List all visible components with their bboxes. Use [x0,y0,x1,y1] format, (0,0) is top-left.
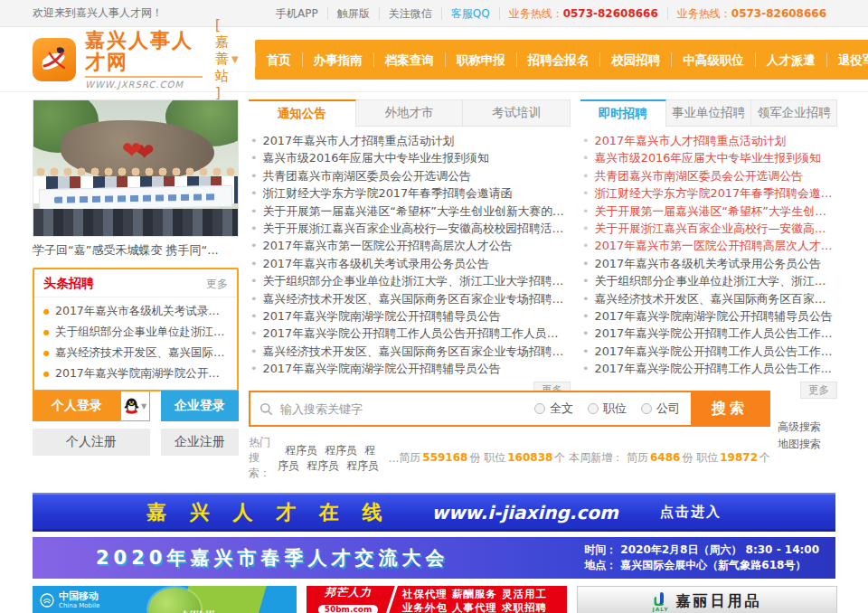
nav-item[interactable]: 首页 [255,52,302,67]
personal-login-button[interactable]: 个人登录 [33,391,121,421]
banner1-url: www.i-jiaxing.com [431,502,618,523]
nav-item[interactable]: 档案查询 [373,52,445,67]
search-scope-radio[interactable]: 公司 [641,401,680,417]
recruit-item[interactable]: 2017年嘉兴市人才招聘重点活动计划 [582,132,835,149]
qq-penguin-icon [124,398,139,415]
qq-login-button[interactable]: ▼ [121,391,150,421]
news-photo[interactable]: ❤ [33,99,239,237]
recruit-item[interactable]: 2017年嘉兴学院公开招聘工作人员公告工作... [582,360,835,377]
banner1-title: 嘉 兴 人 才 在 线 [146,499,390,526]
bangmang-hr-ad[interactable]: 邦芒人力 50bm.com 社保代理 薪酬服务 灵活用工 业务外包 人事代理 求… [307,586,567,613]
photo-banner [39,185,232,211]
company-register-button[interactable]: 企业注册 [161,429,239,456]
jiaxing-talent-online-banner[interactable]: 嘉 兴 人 才 在 线 www.i-jiaxing.com 点击进入 [33,493,835,532]
topbar-link-touch-version[interactable]: 触屏版 [327,7,379,20]
hotline-1-label: 业务热线： [509,7,563,20]
notice-list: 2017年嘉兴市人才招聘重点活动计划嘉兴市级2016年应届大中专毕业生报到须知共… [249,127,571,378]
notice-item[interactable]: 2017年嘉兴学院公开招聘工作人员公告开招聘工作人员公告开... [250,325,569,342]
company-login-button[interactable]: 企业登录 [161,391,239,421]
recruit-item[interactable]: 浙江财经大学东方学院2017年春季招聘会邀请函 [582,184,835,202]
notice-item[interactable]: 嘉兴经济技术开发区、嘉兴国际商务区百家企业专场招聘会公告 [250,290,569,307]
recruit-item[interactable]: 2017年嘉兴学院公开招聘工作人员公告工作人员... [582,325,835,342]
photo-caption[interactable]: 学子回“嘉”感受禾城蝶变 携手同“... [33,242,239,259]
hot-search-term[interactable]: 程序员 [325,444,357,457]
nav-item[interactable]: 办事指南 [302,52,373,67]
nav-item[interactable]: 中高级职位 [671,52,755,67]
notice-item[interactable]: 2017年嘉兴市第一医院公开招聘高层次人才公告 [250,237,569,254]
recruit-item[interactable]: 2017年嘉兴市第一医院公开招聘高层次人才公告 [582,237,835,254]
notice-tab[interactable]: 外地才市 [356,99,464,127]
notice-tab[interactable]: 通知公告 [249,99,356,127]
photo-people-legs [33,209,238,237]
recruit-item[interactable]: 2017年嘉兴学院公开招聘工作人员公告工作人员... [582,343,835,360]
notice-item[interactable]: 嘉兴市级2016年应届大中专毕业生报到须知 [250,149,569,166]
recruit-item[interactable]: 共青团嘉兴市南湖区委员会公开选调公告 [582,167,835,184]
site-stats: 简历559168份 职位160838个 本周新增： 简历6486份 职位1987… [399,450,770,466]
notice-item[interactable]: 2017年嘉兴市人才招聘重点活动计划 [250,132,569,149]
topbar-link-wechat[interactable]: 关注微信 [379,7,441,20]
headline-item[interactable]: 嘉兴经济技术开发区、嘉兴国际商务... [43,343,228,363]
search-scope-group: 全文职位公司 [534,401,680,417]
headline-item[interactable]: 2017年嘉兴市各级机关考试录用公务... [43,301,228,322]
nav-item[interactable]: 退役军人招聘 [826,52,868,67]
spring-job-fair-banner[interactable]: 2020年嘉兴市春季人才交流大会 时间： 2020年2月8日（周六） 8:30 … [33,537,835,579]
recruit-tab[interactable]: 领军企业招聘 [751,99,837,127]
china-mobile-logo: 中国移动 China Mobile [40,591,99,609]
nav-item[interactable]: 人才派遣 [755,52,826,67]
job-count: 160838 [507,451,552,464]
bangmang-url: 50bm.com [318,605,379,613]
search-input[interactable] [280,402,534,416]
hot-search-term[interactable]: 程序员 [285,444,317,457]
topbar-link-qq-service[interactable]: 客服QQ [441,7,499,20]
recruit-tab[interactable]: 事业单位招聘 [666,99,752,127]
topbar: 欢迎来到嘉兴人事人才网！ 手机APP 触屏版 关注微信 客服QQ 业务热线：05… [0,0,868,27]
notice-item[interactable]: 共青团嘉兴市南湖区委员会公开选调公告 [250,167,569,184]
nav-item[interactable]: 招聘会报名 [516,52,600,67]
china-mobile-ad[interactable]: 中国移动 China Mobile 移动花卡 bilibili 季度会员 [33,586,297,613]
chevron-down-icon: ▼ [231,54,239,64]
notice-item[interactable]: 2017年嘉兴学院南湖学院公开招聘辅导员公告 [250,307,569,325]
china-mobile-name-en: China Mobile [59,602,99,609]
station-selector[interactable]: [ 嘉善站 ] ▼ [215,17,239,101]
search-scope-radio[interactable]: 职位 [588,401,627,417]
notice-item[interactable]: 关于组织部分企事业单位赴浙江大学、浙江工业大学招聘人才的... [250,272,569,289]
site-logo-icon[interactable] [33,38,76,81]
map-search-link[interactable]: 地图搜索 [778,439,835,450]
hot-search-term[interactable]: 程序员 [307,459,339,472]
headline-item[interactable]: 2017年嘉兴学院南湖学院公开招聘辅... [43,363,228,384]
notice-item[interactable]: 关于开展浙江嘉兴百家企业高校行—安徽高校校园招聘活动的通... [250,220,569,237]
hot-search-term[interactable]: 程序员 [346,459,379,472]
recruit-item[interactable]: 关于开展第一届嘉兴港区“希望杯”大学生创业创... [582,203,835,220]
bilibili-logo-text: bilibili [182,609,213,613]
recruit-item[interactable]: 嘉兴市级2016年应届大中专毕业生报到须知 [582,149,835,166]
notice-item[interactable]: 浙江财经大学东方学院2017年春季招聘会邀请函 [250,184,569,202]
hot-search-terms: 程序员程序员程序员程序员程序员 [278,443,383,474]
chevron-down-icon: ▼ [141,402,146,410]
headline-item[interactable]: 关于组织部分企事业单位赴浙江大学... [43,322,228,343]
nav-item[interactable]: 职称申报 [445,52,516,67]
topbar-link-mobile-app[interactable]: 手机APP [267,7,327,20]
jaly-daily-products-ad[interactable]: JALY 嘉丽日用品 [577,586,837,613]
recruit-item[interactable]: 2017年嘉兴学院南湖学院公开招聘辅导员公告 [582,307,835,325]
recruit-item[interactable]: 嘉兴经济技术开发区、嘉兴国际商务区百家企业专... [582,290,835,307]
headline-recruit-box: 头条招聘 更多 2017年嘉兴市各级机关考试录用公务...关于组织部分企事业单位… [33,268,239,391]
recruit-tab[interactable]: 即时招聘 [580,99,666,127]
recruit-item[interactable]: 关于组织部分企事业单位赴浙江大学、浙江工业大... [582,272,835,289]
notice-tab[interactable]: 考试培训 [463,99,571,127]
hotline-2: 业务热线：0573-82608666 [667,7,835,20]
search-scope-radio[interactable]: 全文 [534,401,573,417]
advanced-search-link[interactable]: 高级搜索 [778,421,835,433]
personal-register-button[interactable]: 个人注册 [33,429,150,456]
notice-item[interactable]: 2017年嘉兴学院南湖学院公开招聘辅导员公告 [250,360,569,377]
recruit-item[interactable]: 关于开展浙江嘉兴百家企业高校行—安徽高校校园... [582,220,835,237]
notice-item[interactable]: 2017年嘉兴市各级机关考试录用公务员公告 [250,255,569,272]
search-button[interactable]: 搜索 [691,392,769,425]
hotline-1-number: 0573-82608666 [563,7,658,20]
welcome-text: 欢迎来到嘉兴人事人才网！ [33,5,163,21]
recruit-item[interactable]: 2017年嘉兴市各级机关考试录用公务员公告 [582,255,835,272]
headline-more-link[interactable]: 更多 [206,277,228,292]
notice-item[interactable]: 关于开展第一届嘉兴港区“希望杯”大学生创业创新大赛的通知 [250,203,569,220]
nav-item[interactable]: 校园招聘 [599,52,671,67]
notice-item[interactable]: 嘉兴经济技术开发区、嘉兴国际商务区百家企业专场招聘会公告 [250,343,569,360]
banner2-title: 2020年嘉兴市春季人才交流大会 [96,545,448,571]
